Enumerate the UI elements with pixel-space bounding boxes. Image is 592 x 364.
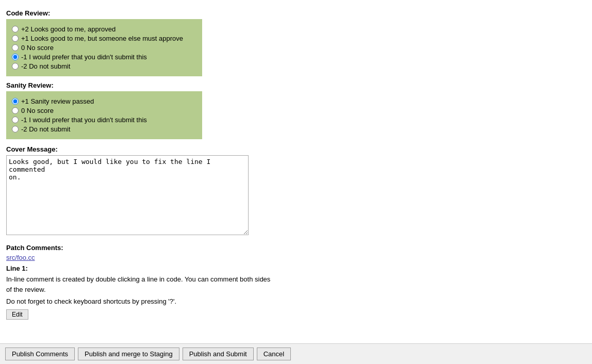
sanity-review-radio-3[interactable] (12, 126, 19, 133)
sanity-review-option-label-1: 0 No score (21, 107, 54, 114)
code-review-option-label-0: +2 Looks good to me, approved (21, 25, 116, 33)
code-review-option-label-2: 0 No score (21, 44, 54, 52)
code-review-option-label-1: +1 Looks good to me, but someone else mu… (21, 35, 183, 42)
sanity-review-option-3[interactable]: -2 Do not submit (12, 125, 196, 133)
code-review-radio-2[interactable] (12, 44, 19, 51)
code-review-box: +2 Looks good to me, approved +1 Looks g… (6, 19, 202, 76)
sanity-review-option-label-3: -2 Do not submit (21, 125, 70, 133)
patch-comments-label: Patch Comments: (6, 244, 586, 252)
code-review-radio-1[interactable] (12, 35, 19, 42)
code-review-option-3[interactable]: -1 I would prefer that you didn't submit… (12, 53, 196, 61)
publish-and-submit-button[interactable]: Publish and Submit (183, 348, 254, 360)
sanity-review-section: Sanity Review: +1 Sanity review passed 0… (6, 81, 586, 139)
patch-comments-section: Patch Comments: src/foo.cc Line 1: In-li… (6, 244, 586, 327)
edit-button[interactable]: Edit (6, 309, 28, 320)
sanity-review-radio-2[interactable] (12, 117, 19, 123)
sanity-review-option-label-0: +1 Sanity review passed (21, 97, 94, 105)
sanity-review-option-1[interactable]: 0 No score (12, 107, 196, 114)
code-review-option-label-3: -1 I would prefer that you didn't submit… (21, 53, 147, 61)
sanity-review-option-label-2: -1 I would prefer that you didn't submit… (21, 116, 147, 124)
code-review-option-2[interactable]: 0 No score (12, 44, 196, 52)
cover-message-section: Cover Message: Looks good, but I would l… (6, 145, 586, 237)
publish-comments-button[interactable]: Publish Comments (5, 348, 75, 360)
bottom-action-bar: Publish Comments Publish and merge to St… (0, 343, 592, 364)
sanity-review-option-0[interactable]: +1 Sanity review passed (12, 97, 196, 105)
code-review-radio-0[interactable] (12, 26, 19, 32)
sanity-review-option-2[interactable]: -1 I would prefer that you didn't submit… (12, 116, 196, 124)
sanity-review-radio-1[interactable] (12, 107, 19, 114)
code-review-section: Code Review: +2 Looks good to me, approv… (6, 9, 586, 76)
code-review-radio-4[interactable] (12, 63, 19, 70)
code-review-option-label-4: -2 Do not submit (21, 62, 70, 70)
cover-message-textarea[interactable]: Looks good, but I would like you to fix … (6, 155, 249, 235)
code-review-label: Code Review: (6, 9, 586, 17)
publish-and-merge-button[interactable]: Publish and merge to Staging (78, 348, 179, 360)
code-review-option-4[interactable]: -2 Do not submit (12, 62, 196, 70)
code-review-radio-3[interactable] (12, 54, 19, 60)
patch-shortcut-text: Do not forget to check keyboard shortcut… (6, 297, 586, 305)
patch-file-link[interactable]: src/foo.cc (6, 254, 35, 261)
sanity-review-box: +1 Sanity review passed 0 No score -1 I … (6, 91, 202, 139)
cover-message-label: Cover Message: (6, 145, 586, 153)
code-review-option-0[interactable]: +2 Looks good to me, approved (12, 25, 196, 33)
sanity-review-label: Sanity Review: (6, 81, 586, 89)
patch-line-label: Line 1: (6, 264, 586, 272)
cancel-button[interactable]: Cancel (257, 348, 291, 360)
patch-comment-1: In-line comment is created by double cli… (6, 274, 274, 294)
sanity-review-radio-0[interactable] (12, 98, 19, 105)
code-review-option-1[interactable]: +1 Looks good to me, but someone else mu… (12, 35, 196, 42)
